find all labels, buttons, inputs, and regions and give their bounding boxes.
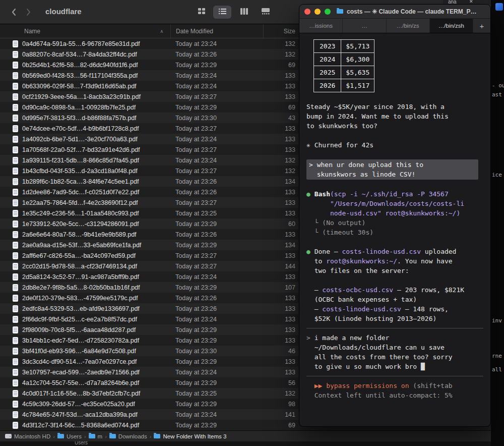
- file-size: 69: [263, 104, 298, 111]
- file-date-modified: Today at 23:24: [170, 273, 263, 281]
- terminal-tab[interactable]: …/bin/zsh: [430, 19, 473, 33]
- costs-table: 2023$5,7132024$6,3002025$5,6352026$1,517: [313, 39, 374, 92]
- file-date-modified: Today at 23:26: [170, 178, 263, 185]
- columns-view-button[interactable]: [235, 6, 253, 19]
- terminal-content[interactable]: 2023$5,7132024$6,3002025$5,6352026$1,517…: [299, 33, 490, 426]
- column-header-date-label: Date Modified: [176, 28, 213, 35]
- file-name: 1b289f6c-1b82-5ca…3-84f6e74c5ee1.pdf: [22, 178, 170, 185]
- file-name: 2cc02d15-9d78-58…a-cf23d7469134.pdf: [22, 263, 170, 270]
- year-cell: 2023: [314, 40, 341, 53]
- terminal-text-segment: costs-linode-usd.csv: [322, 305, 401, 313]
- file-date-modified: Today at 23:27: [170, 168, 263, 175]
- file-date-modified: Today at 23:29: [170, 220, 263, 228]
- file-date-modified: Today at 23:27: [170, 125, 263, 132]
- path-item-label: Downloads: [118, 433, 147, 439]
- file-name: 0b569ed0-f428-53…56-f117104f355a.pdf: [22, 72, 170, 79]
- terminal-text-segment: (OCBC bank expenses + tax): [306, 296, 417, 303]
- pdf-file-icon: [13, 72, 18, 79]
- terminal-window: costs — ✳ Claude Code — claude TERM_P… ……: [299, 4, 491, 427]
- chevron-right-icon: ›: [105, 433, 107, 439]
- file-size: 56: [263, 379, 298, 386]
- pdf-file-icon: [13, 358, 18, 365]
- path-item[interactable]: Macintosh HD: [5, 433, 50, 439]
- chevron-right-icon: ›: [84, 433, 86, 439]
- amount-cell: $6,300: [341, 53, 374, 66]
- file-name: 4c0d017f-1c16-55e…8b-3d7ebf2cfb7c.pdf: [22, 390, 170, 397]
- path-item-label: m: [98, 433, 103, 439]
- file-size: 132: [263, 157, 298, 164]
- path-item[interactable]: Users: [57, 433, 82, 439]
- terminal-text-segment: to give u so much work bro: [306, 363, 421, 370]
- terminal-text-segment: ●: [306, 190, 314, 198]
- terminal-text-segment: ▶▶ bypass permissions on: [306, 382, 413, 389]
- file-name: 1e22aa75-7864-5fd…f-4e2c38690f12.pdf: [22, 199, 170, 206]
- terminal-line: all the costs from there too? sorry: [306, 352, 483, 362]
- file-date-modified: Today at 23:29: [170, 104, 263, 111]
- file-size: 133: [263, 337, 298, 344]
- file-name: 1b43cfbd-043f-535…d-2a3cd18a0f48.pdf: [22, 168, 170, 175]
- terminal-tab[interactable]: …/bin/zs: [387, 19, 430, 33]
- file-size: 133: [263, 305, 298, 312]
- pdf-file-icon: [13, 136, 18, 143]
- terminal-line: ● Done — costs-linode-usd.csv uploaded: [306, 247, 483, 256]
- terminal-text-segment: costs-linode-usd.csv: [342, 248, 421, 255]
- close-icon[interactable]: ✕: [469, 0, 473, 4]
- window-title: cloudflare: [45, 7, 82, 16]
- year-cell: 2026: [314, 79, 341, 92]
- pdf-file-icon: [13, 51, 18, 58]
- terminal-text-segment: all the costs from there too? sorry: [306, 353, 453, 361]
- new-tab-button[interactable]: +: [473, 19, 490, 33]
- column-header-date-modified[interactable]: Date Modified: [170, 24, 263, 38]
- gallery-view-button[interactable]: [257, 6, 275, 19]
- file-size: 133: [263, 189, 298, 196]
- back-button[interactable]: [8, 7, 19, 17]
- file-size: 132: [263, 40, 298, 47]
- grid-view-button[interactable]: [193, 6, 211, 19]
- terminal-tab[interactable]: …issions: [299, 19, 343, 33]
- file-date-modified: Today at 23:26: [170, 305, 263, 312]
- file-date-modified: Today at 23:24: [170, 72, 263, 79]
- folder-icon: [109, 434, 116, 438]
- file-size: 141: [263, 411, 298, 418]
- spacer: [306, 150, 483, 159]
- pdf-file-icon: [13, 146, 18, 153]
- path-item[interactable]: m: [89, 433, 103, 439]
- pdf-file-icon: [13, 422, 18, 429]
- close-traffic-light[interactable]: [304, 9, 310, 15]
- terminal-line: node-usd.csv" root@skunkworks:~/): [306, 208, 483, 218]
- pdf-file-icon: [13, 62, 18, 69]
- pdf-file-icon: [13, 115, 18, 122]
- terminal-text-segment: uploaded: [421, 248, 456, 255]
- list-view-button[interactable]: [213, 6, 231, 19]
- file-name: 1a4092cb-6be7-5d1…-3e20cf700a63.pdf: [22, 136, 170, 143]
- background-text-fragment: all of: [492, 366, 504, 373]
- column-header-size[interactable]: Size: [263, 24, 298, 38]
- terminal-line: > i made a new folder: [306, 333, 483, 343]
- terminal-title: costs — ✳ Claude Code — claude TERM_P…: [347, 8, 476, 15]
- file-date-modified: Today at 23:24: [170, 136, 263, 143]
- amount-cell: $5,713: [341, 40, 374, 53]
- terminal-tab[interactable]: …: [343, 19, 386, 33]
- folder-icon: [154, 434, 160, 438]
- file-name: 0b633096-029f-58…7-f3d9d16d65ab.pdf: [22, 83, 170, 90]
- file-date-modified: Today at 23:27: [170, 146, 263, 153]
- amount-cell: $5,635: [341, 66, 374, 79]
- column-header-name[interactable]: Name ∧: [0, 24, 170, 38]
- file-date-modified: Today at 23:29: [170, 284, 263, 291]
- terminal-text-segment: node-usd.csv" root@skunkworks:~/): [306, 209, 460, 217]
- columns-icon: [240, 8, 248, 17]
- terminal-text-segment: >: [306, 334, 314, 342]
- forward-button[interactable]: [23, 7, 34, 17]
- file-name: 0e74dcee-e70c-5df…4-b9b6bf1728c8.pdf: [22, 125, 170, 132]
- pdf-file-icon: [13, 305, 18, 312]
- path-item[interactable]: Downloads: [109, 433, 147, 439]
- terminal-titlebar[interactable]: costs — ✳ Claude Code — claude TERM_P…: [299, 5, 490, 19]
- terminal-line: two files on the server:: [306, 266, 483, 275]
- path-item[interactable]: New Folder With Items 3: [154, 433, 226, 439]
- terminal-text-segment: Context left until auto-compact: 5%: [306, 392, 453, 399]
- zoom-traffic-light[interactable]: [325, 9, 331, 15]
- minimize-traffic-light[interactable]: [314, 9, 321, 15]
- terminal-text-segment: Done —: [314, 248, 342, 255]
- file-size: 133: [263, 83, 298, 90]
- costs-table-row: 2025$5,635: [314, 66, 374, 79]
